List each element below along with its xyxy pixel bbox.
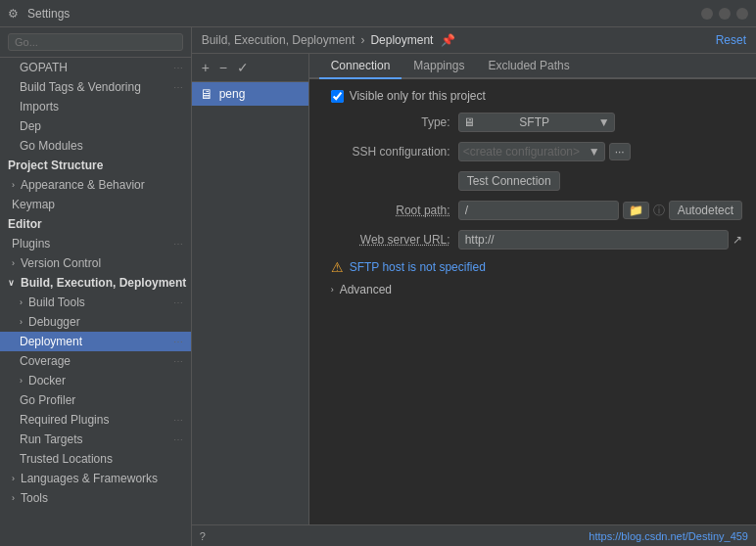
sidebar-item-run-targets[interactable]: Run Targets ⋯: [0, 430, 191, 449]
type-control-group: 🖥 SFTP ▼: [458, 113, 742, 132]
root-path-input[interactable]: [458, 201, 619, 220]
type-select[interactable]: 🖥 SFTP ▼: [458, 113, 615, 132]
test-connection-row: Test Connection: [323, 171, 742, 191]
sidebar-ellipsis-icon: ⋯: [173, 337, 183, 347]
maximize-button[interactable]: [719, 8, 731, 20]
sidebar-ellipsis-icon: ⋯: [173, 434, 183, 445]
sidebar-item-required-plugins[interactable]: Required Plugins ⋯: [0, 410, 191, 430]
add-server-button[interactable]: +: [198, 58, 213, 77]
ssh-config-label: SSH configuration:: [323, 145, 450, 159]
pin-icon[interactable]: 📌: [441, 33, 455, 47]
sidebar-item-languages-frameworks[interactable]: › Languages & Frameworks: [0, 469, 191, 488]
sidebar-item-coverage[interactable]: Coverage ⋯: [0, 351, 191, 371]
ssh-config-select[interactable]: <create configuration> ▼: [458, 142, 605, 161]
sidebar-item-imports[interactable]: Imports: [0, 97, 191, 116]
sidebar-label: Tools: [21, 491, 48, 505]
sidebar-label: Docker: [28, 374, 66, 387]
remove-server-button[interactable]: −: [215, 58, 231, 77]
sidebar-ellipsis-icon: ⋯: [173, 415, 183, 426]
breadcrumb-bar: Build, Execution, Deployment › Deploymen…: [192, 27, 756, 54]
tab-connection[interactable]: Connection: [319, 54, 402, 79]
sidebar-item-debugger[interactable]: › Debugger: [0, 312, 191, 332]
toolbar: + − ✓: [192, 54, 308, 82]
chevron-right-icon: ›: [20, 376, 23, 386]
sidebar-item-trusted-locations[interactable]: Trusted Locations: [0, 449, 191, 469]
tab-mappings[interactable]: Mappings: [402, 54, 476, 79]
ssh-config-placeholder: <create configuration>: [463, 145, 580, 159]
warning-text: SFTP host is not specified: [350, 260, 486, 274]
reset-button[interactable]: Reset: [716, 33, 746, 47]
test-connection-button[interactable]: Test Connection: [458, 171, 560, 191]
settings-icon: ⚙: [8, 7, 22, 21]
minimize-button[interactable]: [701, 8, 713, 20]
visible-only-row: Visible only for this project: [323, 89, 742, 103]
sidebar-ellipsis-icon: ⋯: [173, 239, 183, 250]
server-entry-peng[interactable]: 🖥 peng: [192, 82, 308, 106]
content-area: Build, Execution, Deployment › Deploymen…: [192, 27, 756, 546]
breadcrumb-part1: Build, Execution, Deployment: [202, 33, 355, 47]
sidebar-item-build-tags[interactable]: Build Tags & Vendoring ⋯: [0, 77, 191, 97]
tab-excluded-paths[interactable]: Excluded Paths: [476, 54, 581, 79]
warning-row: ⚠ SFTP host is not specified: [323, 259, 742, 275]
web-server-open-button[interactable]: ↗: [732, 233, 742, 247]
tabs-bar: Connection Mappings Excluded Paths: [309, 54, 756, 79]
sidebar-item-go-modules[interactable]: Go Modules: [0, 136, 191, 156]
sidebar-label: GOPATH: [20, 61, 68, 74]
sidebar-label: Editor: [8, 217, 42, 231]
sidebar-item-appearance-behavior[interactable]: › Appearance & Behavior: [0, 175, 191, 195]
sidebar-item-deployment[interactable]: Deployment ⋯: [0, 332, 191, 351]
sidebar-content: GOPATH ⋯ Build Tags & Vendoring ⋯ Import…: [0, 58, 191, 546]
sidebar-item-go-profiler[interactable]: Go Profiler: [0, 390, 191, 410]
warning-icon: ⚠: [331, 259, 344, 275]
server-icon: 🖥: [200, 86, 213, 102]
chevron-right-icon: ›: [20, 297, 23, 307]
sidebar: GOPATH ⋯ Build Tags & Vendoring ⋯ Import…: [0, 27, 192, 546]
sidebar-label: Debugger: [28, 315, 80, 329]
visible-only-label: Visible only for this project: [350, 89, 486, 103]
advanced-row[interactable]: › Advanced: [323, 283, 742, 296]
advanced-label: Advanced: [340, 283, 392, 296]
ssh-config-row: SSH configuration: <create configuration…: [323, 142, 742, 161]
sidebar-item-dep[interactable]: Dep: [0, 116, 191, 136]
chevron-right-icon: ›: [12, 180, 15, 190]
sidebar-label: Build Tools: [28, 296, 85, 309]
sidebar-ellipsis-icon: ⋯: [173, 63, 183, 73]
sidebar-label: Go Profiler: [20, 393, 75, 407]
dropdown-arrow-icon: ▼: [589, 145, 600, 159]
server-name: peng: [219, 87, 246, 101]
search-input[interactable]: [8, 33, 183, 51]
ssh-config-dots-button[interactable]: ···: [609, 143, 631, 160]
sidebar-label: Keymap: [12, 198, 55, 211]
sidebar-label: Coverage: [20, 354, 71, 368]
apply-server-button[interactable]: ✓: [233, 58, 253, 77]
title-bar: ⚙ Settings: [0, 0, 756, 27]
chevron-right-icon: ›: [331, 285, 334, 295]
type-label: Type:: [323, 115, 450, 129]
sidebar-label: Imports: [20, 100, 59, 114]
web-server-url-label: Web server URL:: [323, 233, 450, 247]
sidebar-item-editor: Editor: [0, 214, 191, 234]
sidebar-label: Languages & Frameworks: [21, 472, 158, 485]
sidebar-item-tools[interactable]: › Tools: [0, 488, 191, 508]
sidebar-label: Dep: [20, 119, 41, 133]
root-path-row: Root path: 📁 ⓘ Autodetect: [323, 201, 742, 220]
chevron-right-icon: ›: [12, 493, 15, 503]
web-server-url-input[interactable]: [458, 230, 729, 250]
sidebar-item-docker[interactable]: › Docker: [0, 371, 191, 390]
sidebar-item-gopath[interactable]: GOPATH ⋯: [0, 58, 191, 77]
sidebar-item-plugins[interactable]: Plugins ⋯: [0, 234, 191, 253]
close-button[interactable]: [736, 8, 748, 20]
browse-folder-button[interactable]: 📁: [623, 202, 649, 219]
sidebar-item-keymap[interactable]: Keymap: [0, 195, 191, 214]
sidebar-label: Version Control: [21, 256, 101, 270]
sidebar-item-version-control[interactable]: › Version Control: [0, 253, 191, 273]
sidebar-label: Project Structure: [8, 159, 103, 172]
autodetect-button[interactable]: Autodetect: [669, 201, 742, 220]
sidebar-label: Build, Execution, Deployment: [21, 276, 186, 290]
visible-only-checkbox[interactable]: [331, 90, 344, 103]
help-icon[interactable]: ?: [200, 530, 206, 542]
server-list-panel: + − ✓ 🖥 peng: [192, 54, 309, 524]
info-button[interactable]: ⓘ: [653, 203, 665, 219]
sidebar-label: Deployment: [20, 335, 82, 348]
sidebar-item-build-tools[interactable]: › Build Tools ⋯: [0, 293, 191, 312]
